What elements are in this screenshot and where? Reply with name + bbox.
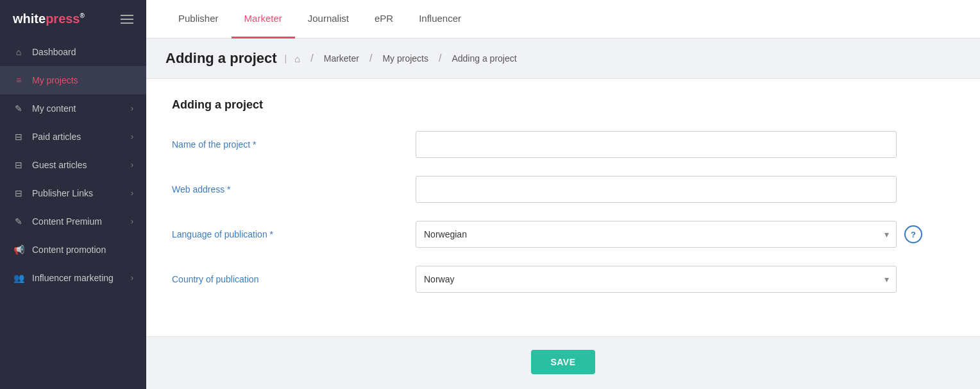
chevron-right-icon: › (131, 104, 133, 113)
my-content-icon: ✎ (13, 103, 24, 114)
logo-press: press (46, 12, 80, 26)
sidebar-label-paid-articles: Paid articles (32, 132, 81, 142)
sidebar-label-my-projects: My projects (32, 75, 78, 85)
content-promotion-icon: 📢 (13, 244, 24, 255)
save-button[interactable]: SAVE (531, 350, 595, 374)
sidebar-label-dashboard: Dashboard (32, 47, 76, 57)
sidebar-item-guest-articles[interactable]: ⊟ Guest articles › (0, 151, 146, 179)
breadcrumb-marketer[interactable]: Marketer (324, 53, 359, 64)
sidebar-item-content-promotion[interactable]: 📢 Content promotion (0, 236, 146, 264)
sidebar-logo: whitepress® (0, 0, 146, 38)
main-area: Publisher Marketer Journalist ePR Influe… (146, 0, 980, 389)
chevron-right-icon: › (131, 217, 133, 226)
breadcrumb-bar: Adding a project | ⌂ / Marketer / My pro… (146, 39, 980, 79)
page-title: Adding a project (165, 50, 277, 67)
help-icon[interactable]: ? (904, 225, 922, 243)
breadcrumb-my-projects[interactable]: My projects (382, 53, 428, 64)
influencer-marketing-icon: 👥 (13, 272, 24, 284)
content-premium-icon: ✎ (13, 216, 24, 227)
sidebar-label-guest-articles: Guest articles (32, 160, 87, 170)
label-project-name: Name of the project * (172, 139, 416, 150)
form-group-web-address: Web address * (172, 176, 954, 203)
sidebar: whitepress® ⌂ Dashboard ≡ My projects ✎ … (0, 0, 146, 389)
card-title: Adding a project (172, 98, 954, 112)
tab-marketer[interactable]: Marketer (232, 0, 295, 39)
chevron-right-icon: › (131, 132, 133, 141)
tab-influencer[interactable]: Influencer (406, 0, 474, 39)
sidebar-item-content-premium[interactable]: ✎ Content Premium › (0, 207, 146, 236)
dashboard-icon: ⌂ (13, 46, 24, 58)
select-wrapper-language: Norwegian ▾ (416, 221, 897, 248)
chevron-right-icon: › (131, 189, 133, 198)
form-group-project-name: Name of the project * (172, 131, 954, 158)
content-area: Adding a project Name of the project * W… (146, 79, 980, 389)
select-language[interactable]: Norwegian (416, 221, 897, 248)
select-country[interactable]: Norway (416, 266, 897, 293)
form-group-country: Country of publication Norway ▾ (172, 266, 954, 293)
sidebar-label-publisher-links: Publisher Links (32, 188, 93, 198)
sidebar-label-content-promotion: Content promotion (32, 245, 106, 255)
logo: whitepress® (13, 12, 85, 26)
top-tabs: Publisher Marketer Journalist ePR Influe… (146, 0, 980, 39)
sidebar-item-publisher-links[interactable]: ⊟ Publisher Links › (0, 179, 146, 207)
sidebar-item-my-projects[interactable]: ≡ My projects (0, 66, 146, 94)
tab-publisher[interactable]: Publisher (165, 0, 232, 39)
breadcrumb-divider: | (285, 53, 287, 64)
input-project-name[interactable] (416, 131, 897, 158)
sidebar-label-content-premium: Content Premium (32, 216, 102, 227)
chevron-right-icon: › (131, 160, 133, 169)
paid-articles-icon: ⊟ (13, 131, 24, 143)
sidebar-item-influencer-marketing[interactable]: 👥 Influencer marketing › (0, 264, 146, 292)
logo-reg: ® (80, 12, 85, 19)
tab-journalist[interactable]: Journalist (295, 0, 362, 39)
sidebar-item-dashboard[interactable]: ⌂ Dashboard (0, 38, 146, 66)
publisher-links-icon: ⊟ (13, 187, 24, 199)
footer-bar: SAVE (146, 336, 980, 387)
select-wrapper-country: Norway ▾ (416, 266, 897, 293)
chevron-right-icon: › (131, 273, 133, 282)
sidebar-nav: ⌂ Dashboard ≡ My projects ✎ My content ›… (0, 38, 146, 292)
label-web-address: Web address * (172, 184, 416, 195)
label-country: Country of publication (172, 274, 416, 284)
tab-epr[interactable]: ePR (362, 0, 406, 39)
home-icon: ⌂ (294, 53, 300, 64)
guest-articles-icon: ⊟ (13, 159, 24, 171)
logo-white: white (13, 12, 46, 26)
input-web-address[interactable] (416, 176, 897, 203)
breadcrumb-current: Adding a project (452, 53, 516, 64)
my-projects-icon: ≡ (13, 74, 24, 86)
sidebar-item-paid-articles[interactable]: ⊟ Paid articles › (0, 123, 146, 151)
sidebar-label-influencer-marketing: Influencer marketing (32, 273, 114, 283)
sidebar-item-my-content[interactable]: ✎ My content › (0, 94, 146, 123)
form-group-language: Language of publication * Norwegian ▾ ? (172, 221, 954, 248)
hamburger-menu[interactable] (121, 15, 133, 24)
content-card: Adding a project Name of the project * W… (146, 79, 980, 336)
sidebar-label-my-content: My content (32, 103, 76, 114)
label-language: Language of publication * (172, 229, 416, 239)
